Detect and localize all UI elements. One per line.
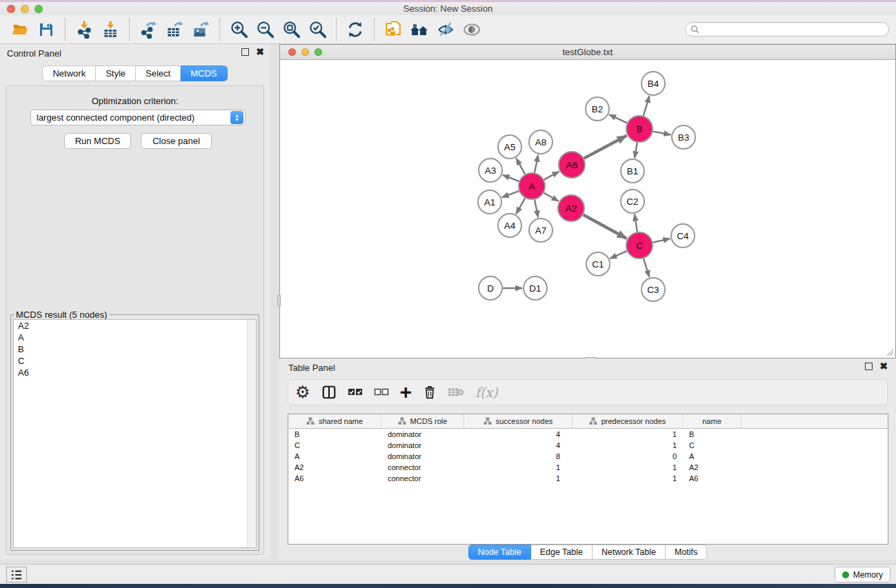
table-cell[interactable]: 4: [464, 440, 573, 451]
deselect-all-icon[interactable]: [374, 382, 389, 403]
column-header-successor-nodes[interactable]: successor nodes: [464, 414, 573, 428]
table-cell[interactable]: A: [683, 451, 741, 462]
minimize-window-button[interactable]: [21, 5, 29, 13]
table-cell[interactable]: [741, 429, 888, 440]
save-session-button[interactable]: [33, 17, 59, 42]
table-cell[interactable]: 1: [573, 462, 683, 473]
table-cell[interactable]: 8: [464, 451, 573, 462]
table-cell[interactable]: A: [288, 451, 381, 462]
table-row[interactable]: Cdominator41C: [288, 440, 888, 451]
import-table-button[interactable]: [97, 17, 123, 42]
node-C1[interactable]: C1: [586, 252, 610, 276]
table-cell[interactable]: dominator: [381, 440, 464, 451]
node-A1[interactable]: A1: [478, 190, 501, 214]
table-cell[interactable]: C: [683, 440, 741, 451]
toolbar-search[interactable]: [685, 22, 889, 37]
column-header-MCDS-role[interactable]: MCDS role: [381, 414, 464, 428]
table-cell[interactable]: 1: [464, 462, 573, 473]
edge-C-C1[interactable]: [610, 251, 626, 258]
network-zoom-button[interactable]: [315, 48, 322, 56]
new-network-from-selection-button[interactable]: [380, 17, 406, 42]
open-session-button[interactable]: [7, 17, 33, 42]
run-mcds-button[interactable]: Run MCDS: [64, 133, 131, 149]
mcds-result-item[interactable]: C: [14, 355, 256, 367]
mcds-result-item[interactable]: A6: [14, 367, 256, 378]
splitter-handle[interactable]: [277, 295, 281, 306]
node-C[interactable]: C: [626, 232, 653, 258]
node-A5[interactable]: A5: [498, 135, 521, 159]
refresh-view-button[interactable]: [342, 17, 368, 42]
node-B4[interactable]: B4: [641, 72, 665, 95]
resize-grip-icon[interactable]: [886, 348, 894, 356]
edge-A-A4[interactable]: [516, 198, 525, 214]
export-network-button[interactable]: [135, 17, 161, 42]
edge-A-A6[interactable]: [544, 172, 559, 180]
node-A2[interactable]: A2: [558, 195, 584, 221]
tab-mcds[interactable]: MCDS: [181, 65, 227, 81]
tab-network-table[interactable]: Network Table: [593, 545, 666, 560]
table-cell[interactable]: A6: [288, 473, 381, 484]
float-panel-icon[interactable]: [865, 363, 873, 370]
edge-A6-B[interactable]: [584, 136, 627, 159]
edge-A-A2[interactable]: [544, 193, 558, 201]
tab-network[interactable]: Network: [42, 65, 96, 81]
node-D[interactable]: D: [479, 276, 502, 300]
node-B3[interactable]: B3: [672, 125, 695, 149]
tab-select[interactable]: Select: [136, 65, 181, 81]
tab-node-table[interactable]: Node Table: [468, 545, 531, 560]
add-column-icon[interactable]: +: [400, 382, 412, 403]
edge-C-C4[interactable]: [653, 239, 670, 243]
zoom-in-button[interactable]: [226, 17, 252, 42]
node-B[interactable]: B: [626, 116, 653, 142]
export-image-button[interactable]: [188, 17, 214, 42]
mcds-result-list[interactable]: A2ABCA6: [13, 319, 257, 548]
search-input[interactable]: [699, 23, 888, 35]
tab-motifs[interactable]: Motifs: [666, 545, 707, 560]
criterion-dropdown[interactable]: largest connected component (directed) ▲…: [30, 110, 246, 125]
float-panel-icon[interactable]: [241, 48, 249, 56]
mcds-list-scrollbar[interactable]: [247, 320, 256, 547]
edge-A-A1[interactable]: [502, 191, 519, 197]
import-network-button[interactable]: [71, 17, 97, 42]
delete-column-icon[interactable]: [423, 382, 437, 403]
table-cell[interactable]: A2: [683, 462, 741, 473]
node-A[interactable]: A: [519, 173, 545, 199]
mcds-result-item[interactable]: A2: [14, 320, 256, 332]
node-B1[interactable]: B1: [621, 159, 644, 183]
table-settings-gear-icon[interactable]: ⚙: [295, 382, 310, 403]
memory-button[interactable]: Memory: [835, 567, 890, 582]
close-panel-icon[interactable]: ✖: [256, 48, 264, 56]
edge-C-C3[interactable]: [644, 258, 649, 277]
table-cell[interactable]: A2: [288, 462, 381, 473]
zoom-out-button[interactable]: [252, 17, 278, 42]
table-row[interactable]: Bdominator41B: [288, 429, 888, 440]
tab-style[interactable]: Style: [96, 65, 136, 81]
column-visibility-icon[interactable]: [321, 382, 337, 403]
table-cell[interactable]: 4: [464, 429, 573, 440]
zoom-fit-button[interactable]: [278, 17, 304, 42]
table-cell[interactable]: 1: [573, 440, 683, 451]
table-cell[interactable]: 1: [573, 473, 683, 484]
table-cell[interactable]: 1: [464, 473, 573, 484]
table-cell[interactable]: B: [288, 429, 381, 440]
table-cell[interactable]: B: [683, 429, 741, 440]
table-row[interactable]: A2connector11A2: [288, 462, 888, 473]
edge-B-B4[interactable]: [644, 96, 650, 116]
table-cell[interactable]: connector: [381, 473, 464, 484]
node-D1[interactable]: D1: [524, 276, 547, 300]
tab-edge-table[interactable]: Edge Table: [531, 545, 593, 560]
mcds-result-item[interactable]: A: [14, 332, 256, 343]
edge-C-C2[interactable]: [635, 214, 637, 232]
node-A4[interactable]: A4: [498, 214, 521, 237]
edge-A-A3[interactable]: [503, 175, 519, 181]
edge-B-B1[interactable]: [635, 143, 637, 159]
table-cell[interactable]: dominator: [381, 429, 464, 440]
first-neighbors-button[interactable]: [406, 17, 432, 42]
edge-A-A5[interactable]: [516, 159, 525, 174]
column-header-predecessor-nodes[interactable]: predecessor nodes: [573, 414, 683, 428]
close-window-button[interactable]: [7, 5, 15, 13]
node-B2[interactable]: B2: [586, 97, 609, 121]
table-cell[interactable]: connector: [381, 462, 464, 473]
node-C3[interactable]: C3: [641, 278, 665, 301]
edge-B-B3[interactable]: [653, 132, 671, 135]
